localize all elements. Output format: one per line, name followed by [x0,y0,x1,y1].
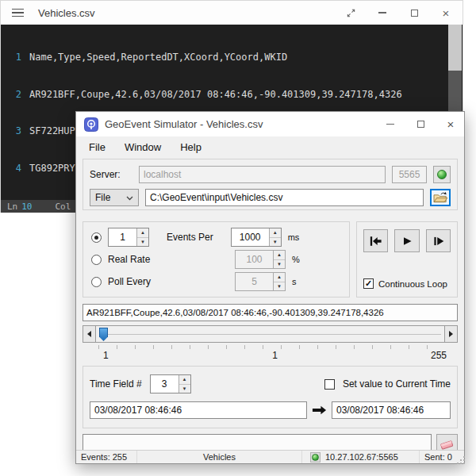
line-indicator-label: Ln [7,202,17,212]
source-type-dropdown[interactable]: File [90,189,139,206]
slider-thumb[interactable] [99,328,108,341]
slider-min-label: 1 [83,350,217,361]
poll-unit-label: s [292,277,297,286]
server-label: Server: [90,169,132,180]
sent-count-status: Sent: 0 [420,451,464,463]
app-icon [84,117,98,132]
fullscreen-icon[interactable] [345,7,356,18]
arrow-right-icon [312,405,327,416]
events-per-label: Events Per [167,232,213,243]
menubar: File Window Help [76,136,464,157]
slider-current-label: 1 [217,350,332,361]
play-icon [401,235,413,248]
editor-title: Vehicles.csv [38,7,95,19]
menu-window[interactable]: Window [115,138,171,156]
slider-left-arrow[interactable] [83,326,96,342]
simulation-name-status: Vehicles [137,451,302,463]
interval-unit-label: ms [288,232,300,242]
event-slider[interactable] [83,325,458,343]
real-rate-radio[interactable] [91,255,102,265]
events-count-spinner[interactable]: 1 ▲▼ [108,228,149,247]
source-type-value: File [95,192,110,203]
maximize-icon[interactable] [409,7,420,18]
slider-ticks [98,345,442,349]
line-number: 4 [1,163,21,175]
time-field-spinner[interactable]: 3 ▲▼ [150,374,191,393]
restart-button[interactable] [363,229,388,252]
poll-spinner[interactable]: 5 ▲▼ [235,272,286,291]
connection-indicator-icon [310,452,321,463]
current-event-field[interactable]: AR921BFF,Coupe,42.6,03/08/2017 08:46:46,… [83,304,458,321]
connect-button[interactable] [433,166,451,183]
csv-line: 1Name,Type,Speed,ReportedDT,XCoord,YCoor… [1,52,463,64]
events-count-status: Events: 255 [76,451,137,463]
editor-titlebar: Vehicles.csv × [1,1,463,25]
slider-labels: 1 1 255 [83,349,458,361]
time-to-input[interactable] [332,401,451,419]
spin-down-icon[interactable]: ▼ [179,385,190,393]
open-folder-icon [432,191,448,204]
real-rate-unit-label: % [292,255,300,264]
spin-down-icon[interactable]: ▼ [270,238,281,247]
eraser-icon [440,438,455,450]
close-icon[interactable]: × [445,119,456,130]
spin-down-icon[interactable]: ▼ [274,260,285,269]
spin-up-icon[interactable]: ▲ [274,251,285,260]
server-host-input[interactable] [139,166,386,183]
events-per-radio[interactable] [91,232,102,243]
server-port-input[interactable] [392,166,427,183]
play-button[interactable] [394,229,419,252]
poll-every-radio[interactable] [91,277,102,287]
minimize-icon[interactable] [385,119,396,130]
slider-right-arrow[interactable] [444,326,457,342]
menu-help[interactable]: Help [171,138,211,156]
window-title: GeoEvent Simulator - Vehicles.csv [105,118,263,130]
spin-down-icon[interactable]: ▼ [274,282,285,291]
time-from-input[interactable] [90,401,307,419]
line-number: 2 [1,89,21,102]
endpoint-status: 10.27.102.67:5565 [325,452,398,462]
hamburger-menu-icon[interactable] [12,9,24,17]
spin-up-icon[interactable]: ▲ [179,375,190,385]
menu-file[interactable]: File [79,138,115,156]
continuous-loop-checkbox[interactable]: ✓ [363,278,374,289]
maximize-icon[interactable] [415,119,426,130]
spin-up-icon[interactable]: ▲ [270,228,281,238]
spin-up-icon[interactable]: ▲ [137,228,148,238]
resize-grip[interactable] [460,459,462,461]
current-time-label: Set value to Current Time [343,378,451,390]
slider-track[interactable] [99,334,441,335]
spin-down-icon[interactable]: ▼ [137,238,148,247]
interval-spinner[interactable]: 1000 ▲▼ [231,228,282,247]
current-time-checkbox[interactable] [324,379,335,390]
poll-every-label: Poll Every [108,276,190,287]
server-group: Server: File [83,159,458,210]
csv-line: 2AR921BFF,Coupe,42.6,03/08/2017 08:46:46… [1,89,463,102]
chevron-down-icon [126,192,133,203]
real-rate-spinner[interactable]: 100 ▲▼ [235,250,286,269]
line-number: 1 [1,52,21,64]
time-field-label: Time Field # [90,378,142,390]
file-path-input[interactable] [145,189,424,206]
continuous-loop-label: Continuous Loop [378,279,447,289]
scrollbar-thumb[interactable] [448,25,462,71]
line-number: 5 [1,199,21,200]
open-file-button[interactable] [430,189,451,206]
transport-group: ✓ Continuous Loop [356,221,458,298]
line-number: 3 [1,125,21,138]
line-indicator-value: 10 [21,202,32,212]
spin-up-icon[interactable]: ▲ [274,273,285,282]
slider-max-label: 255 [332,350,458,361]
step-button[interactable] [426,229,451,252]
rate-group: 1 ▲▼ Events Per 1000 ▲▼ ms Real Rate 100 [83,221,350,298]
minimize-icon[interactable] [377,7,388,18]
geo-titlebar: GeoEvent Simulator - Vehicles.csv × [76,112,464,136]
real-rate-label: Real Rate [108,254,190,265]
close-icon[interactable]: × [440,7,451,18]
step-forward-icon [432,235,445,248]
skip-to-start-icon [368,235,383,248]
geoevent-simulator-window: GeoEvent Simulator - Vehicles.csv × File… [75,111,465,464]
column-indicator-label: Col [56,202,71,212]
time-field-group: Time Field # 3 ▲▼ Set value to Current T… [83,366,458,428]
connection-status-icon [437,170,447,179]
